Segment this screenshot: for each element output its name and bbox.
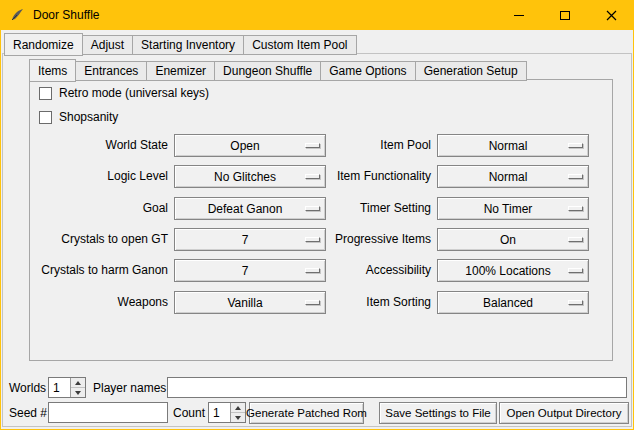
retro-mode-label: Retro mode (universal keys) (59, 86, 209, 100)
world-state-value: Open (230, 139, 269, 153)
timer-setting-dropdown[interactable]: No Timer (437, 197, 589, 220)
save-settings-button[interactable]: Save Settings to File (379, 402, 497, 424)
close-button[interactable] (588, 0, 634, 30)
player-names-label: Player names (93, 381, 166, 395)
dropdown-indicator-icon (568, 143, 583, 148)
progressive-items-dropdown[interactable]: On (437, 228, 589, 251)
count-spin-arrows (230, 403, 245, 422)
worlds-value: 1 (49, 378, 70, 397)
tab-adjust[interactable]: Adjust (82, 35, 133, 55)
retro-mode-checkbox-row: Retro mode (universal keys) (39, 85, 209, 101)
items-pane: Retro mode (universal keys) Shopsanity W… (29, 79, 613, 361)
minimize-icon (514, 15, 524, 16)
count-label: Count (173, 406, 205, 420)
accessibility-label: Accessibility (303, 259, 431, 282)
crystals-open-gt-label: Crystals to open GT (33, 228, 168, 251)
dropdown-indicator-icon (568, 206, 583, 211)
spin-up-icon[interactable] (231, 403, 245, 413)
window-title: Door Shuffle (33, 8, 100, 22)
titlebar[interactable]: Door Shuffle (0, 0, 634, 30)
tab-randomize[interactable]: Randomize (4, 33, 83, 56)
progressive-items-value: On (500, 233, 526, 247)
shopsanity-checkbox-row: Shopsanity (39, 109, 118, 125)
weapons-value: Vanilla (227, 296, 272, 310)
dropdown-indicator-icon (568, 237, 583, 242)
item-pool-label: Item Pool (303, 134, 431, 157)
minimize-button[interactable] (496, 0, 542, 30)
tab-starting-inventory[interactable]: Starting Inventory (132, 35, 244, 55)
app-icon (9, 7, 25, 23)
tab-generation-setup[interactable]: Generation Setup (415, 61, 527, 81)
client-area: Randomize Adjust Starting Inventory Cust… (1, 30, 633, 429)
accessibility-value: 100% Locations (465, 264, 560, 278)
timer-setting-label: Timer Setting (303, 197, 431, 220)
count-value: 1 (209, 403, 230, 422)
player-names-input[interactable] (167, 377, 627, 398)
crystals-harm-ganon-label: Crystals to harm Ganon (33, 259, 168, 282)
item-functionality-label: Item Functionality (303, 165, 431, 188)
seed-label: Seed # (9, 406, 47, 420)
dropdown-indicator-icon (568, 300, 583, 305)
goal-label: Goal (33, 197, 168, 220)
worlds-label: Worlds (9, 381, 46, 395)
progressive-items-label: Progressive Items (303, 228, 431, 251)
tab-game-options[interactable]: Game Options (320, 61, 415, 81)
app-window: Door Shuffle Randomize Adjust Starting I… (0, 0, 634, 430)
crystals-harm-ganon-value: 7 (242, 264, 259, 278)
spin-down-icon[interactable] (231, 413, 245, 422)
dropdown-indicator-icon (568, 268, 583, 273)
generate-patched-rom-button[interactable]: Generate Patched Rom (249, 402, 364, 424)
randomize-sub-tabbar: Items Entrances Enemizer Dungeon Shuffle… (29, 59, 526, 81)
main-tabbar: Randomize Adjust Starting Inventory Cust… (4, 33, 356, 55)
tab-items[interactable]: Items (29, 59, 76, 82)
tab-entrances[interactable]: Entrances (75, 61, 147, 81)
shopsanity-label: Shopsanity (59, 110, 118, 124)
maximize-icon (560, 11, 570, 20)
count-spinbox[interactable]: 1 (208, 402, 246, 423)
tab-dungeon-shuffle[interactable]: Dungeon Shuffle (214, 61, 321, 81)
spin-up-icon[interactable] (71, 378, 85, 388)
spin-down-icon[interactable] (71, 388, 85, 397)
weapons-label: Weapons (33, 291, 168, 314)
crystals-open-gt-value: 7 (242, 233, 259, 247)
item-functionality-value: Normal (489, 170, 538, 184)
item-sorting-value: Balanced (483, 296, 543, 310)
worlds-spin-arrows (70, 378, 85, 397)
timer-setting-value: No Timer (484, 202, 543, 216)
open-output-directory-button[interactable]: Open Output Directory (499, 402, 629, 424)
seed-input[interactable] (48, 402, 168, 423)
worlds-spinbox[interactable]: 1 (48, 377, 86, 398)
dropdown-indicator-icon (568, 174, 583, 179)
world-state-label: World State (33, 134, 168, 157)
retro-mode-checkbox[interactable] (39, 87, 52, 100)
item-pool-dropdown[interactable]: Normal (437, 134, 589, 157)
close-icon (606, 10, 617, 21)
tab-enemizer[interactable]: Enemizer (146, 61, 215, 81)
item-functionality-dropdown[interactable]: Normal (437, 165, 589, 188)
randomize-pane: Items Entrances Enemizer Dungeon Shuffle… (2, 53, 632, 427)
item-sorting-dropdown[interactable]: Balanced (437, 291, 589, 314)
goal-value: Defeat Ganon (208, 202, 293, 216)
maximize-button[interactable] (542, 0, 588, 30)
tab-custom-item-pool[interactable]: Custom Item Pool (243, 35, 356, 55)
item-pool-value: Normal (489, 139, 538, 153)
accessibility-dropdown[interactable]: 100% Locations (437, 259, 589, 282)
logic-level-value: No Glitches (214, 170, 286, 184)
shopsanity-checkbox[interactable] (39, 111, 52, 124)
logic-level-label: Logic Level (33, 165, 168, 188)
item-sorting-label: Item Sorting (303, 291, 431, 314)
